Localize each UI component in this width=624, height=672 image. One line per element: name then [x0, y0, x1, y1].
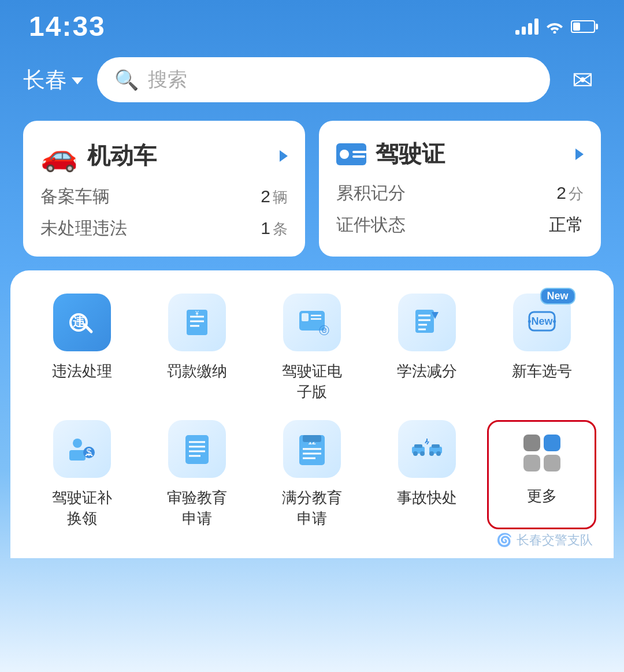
accumulated-points-row: 累积记分 2分	[336, 181, 584, 205]
wifi-icon	[545, 20, 564, 34]
svg-text:•New•: •New•	[528, 315, 556, 327]
menu-item-elicense[interactable]: ⓔ 驾驶证电 子版	[258, 294, 367, 403]
battery-icon	[571, 20, 595, 33]
registered-vehicles-value: 2辆	[261, 187, 288, 207]
svg-point-41	[429, 451, 434, 456]
watermark: 🌀 长春交警支队	[496, 532, 593, 549]
card-header: 🚗 机动车	[40, 138, 288, 173]
mail-button[interactable]: ✉	[564, 61, 601, 98]
menu-item-study[interactable]: 学法减分	[372, 294, 481, 403]
chevron-down-icon	[72, 77, 83, 84]
svg-rect-23	[69, 450, 86, 461]
svg-rect-43	[414, 444, 422, 448]
dl-card-header: 驾驶证	[336, 138, 584, 170]
accident-icon	[398, 420, 456, 478]
dl-card-arrow-icon	[575, 148, 584, 160]
audit-label: 审验教育 申请	[167, 487, 227, 529]
svg-point-22	[73, 439, 82, 448]
card-arrow-icon	[280, 150, 288, 162]
search-input[interactable]: 搜索	[148, 66, 187, 93]
violation-icon: 违	[53, 294, 111, 351]
svg-rect-26	[185, 435, 209, 464]
license-status-value: 正常	[549, 213, 584, 237]
motor-vehicle-title: 机动车	[87, 140, 157, 172]
svg-text:¥: ¥	[195, 310, 199, 317]
svg-point-0	[554, 31, 556, 34]
fullscore-label: 满分教育 申请	[282, 487, 342, 529]
registered-vehicles-label: 备案车辆	[40, 185, 110, 209]
unprocessed-violations-label: 未处理违法	[40, 217, 127, 240]
more-label: 更多	[527, 485, 557, 506]
dl-card-title-group: 驾驶证	[336, 138, 445, 170]
motor-vehicle-card[interactable]: 🚗 机动车 备案车辆 2辆 未处理违法 1条	[23, 121, 305, 257]
fine-icon: ¥	[168, 294, 226, 351]
menu-item-more[interactable]: 更多	[487, 420, 596, 529]
license-status-row: 证件状态 正常	[336, 213, 584, 237]
driver-license-card[interactable]: 驾驶证 累积记分 2分 证件状态 正常	[319, 121, 601, 257]
cards-row: 🚗 机动车 备案车辆 2辆 未处理违法 1条	[0, 116, 624, 270]
search-icon: 🔍	[114, 68, 139, 91]
violation-label: 违法处理	[52, 361, 112, 381]
svg-rect-11	[302, 313, 309, 321]
fine-label: 罚款缴纳	[167, 361, 227, 381]
renewal-icon: $	[53, 420, 111, 478]
renewal-label: 驾驶证补 换领	[52, 487, 112, 529]
status-icons	[515, 18, 595, 35]
elicense-icon: ⓔ	[283, 294, 341, 351]
audit-icon	[168, 420, 226, 478]
status-bar: 14:33	[0, 0, 624, 48]
more-icon	[519, 430, 565, 476]
status-time: 14:33	[29, 10, 106, 42]
driver-license-title: 驾驶证	[376, 138, 445, 170]
svg-point-39	[413, 451, 418, 456]
unprocessed-violations-row: 未处理违法 1条	[40, 217, 288, 240]
study-icon	[398, 294, 456, 351]
watermark-logo: 🌀	[496, 533, 512, 548]
svg-point-4	[76, 320, 81, 325]
accumulated-points-value: 2分	[556, 183, 584, 204]
svg-text:ⓔ: ⓔ	[319, 325, 329, 336]
svg-point-40	[420, 451, 425, 456]
license-status-label: 证件状态	[336, 213, 406, 237]
more-grid-icon	[523, 435, 560, 471]
menu-grid: 违 违法处理 ¥ 罚款缴纳	[28, 294, 596, 529]
menu-item-fine[interactable]: ¥ 罚款缴纳	[143, 294, 252, 403]
new-badge: New	[540, 288, 575, 305]
accident-label: 事故快处	[397, 487, 457, 508]
unprocessed-violations-value: 1条	[261, 218, 288, 239]
mail-icon: ✉	[572, 65, 593, 95]
menu-item-violation[interactable]: 违 违法处理	[28, 294, 137, 403]
city-label: 长春	[23, 65, 67, 95]
svg-text:$: $	[87, 447, 92, 457]
signal-icon	[515, 18, 538, 35]
search-box[interactable]: 🔍 搜索	[97, 57, 550, 102]
menu-item-newcar[interactable]: •New• New 新车选号	[487, 294, 596, 403]
svg-point-42	[436, 451, 441, 456]
menu-panel: 违 违法处理 ¥ 罚款缴纳	[10, 270, 614, 558]
newcar-icon: •New• New	[513, 294, 571, 351]
menu-item-renewal[interactable]: $ 驾驶证补 换领	[28, 420, 137, 529]
study-label: 学法减分	[397, 361, 457, 381]
menu-item-accident[interactable]: 事故快处	[372, 420, 481, 529]
card-title-group: 🚗 机动车	[40, 138, 157, 173]
registered-vehicles-row: 备案车辆 2辆	[40, 185, 288, 209]
menu-item-audit[interactable]: 审验教育 申请	[143, 420, 252, 529]
driver-license-icon	[336, 143, 366, 165]
newcar-label: 新车选号	[512, 361, 572, 381]
svg-rect-44	[432, 444, 440, 448]
fullscore-icon: 12	[283, 420, 341, 478]
watermark-text: 长春交警支队	[517, 532, 593, 549]
accumulated-points-label: 累积记分	[336, 181, 406, 205]
elicense-label: 驾驶证电 子版	[282, 361, 342, 403]
search-area: 长春 🔍 搜索 ✉	[0, 48, 624, 116]
city-selector[interactable]: 长春	[23, 65, 83, 95]
svg-rect-33	[303, 435, 321, 442]
car-icon: 🚗	[40, 138, 78, 173]
menu-item-fullscore[interactable]: 12 满分教育 申请	[258, 420, 367, 529]
